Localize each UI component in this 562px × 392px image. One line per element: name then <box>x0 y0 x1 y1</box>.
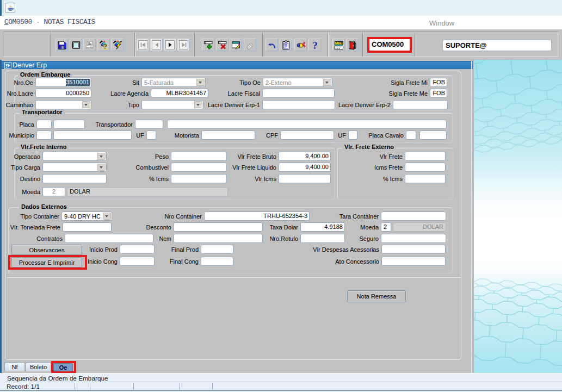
svg-text:Menu: Menu <box>335 41 343 46</box>
svg-text:?: ? <box>103 43 107 50</box>
svg-text:?: ? <box>312 40 318 50</box>
